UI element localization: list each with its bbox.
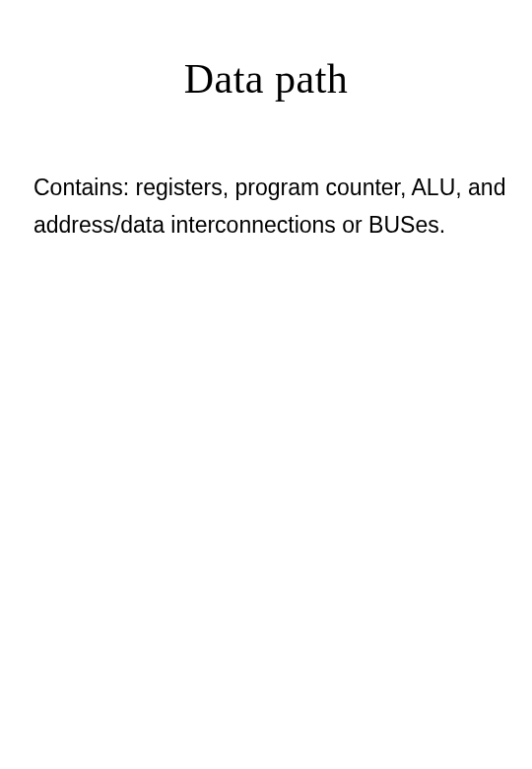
- slide-body-text: Contains: registers, program counter, AL…: [0, 103, 532, 245]
- slide-container: Data path Contains: registers, program c…: [0, 0, 532, 769]
- slide-title: Data path: [0, 0, 532, 103]
